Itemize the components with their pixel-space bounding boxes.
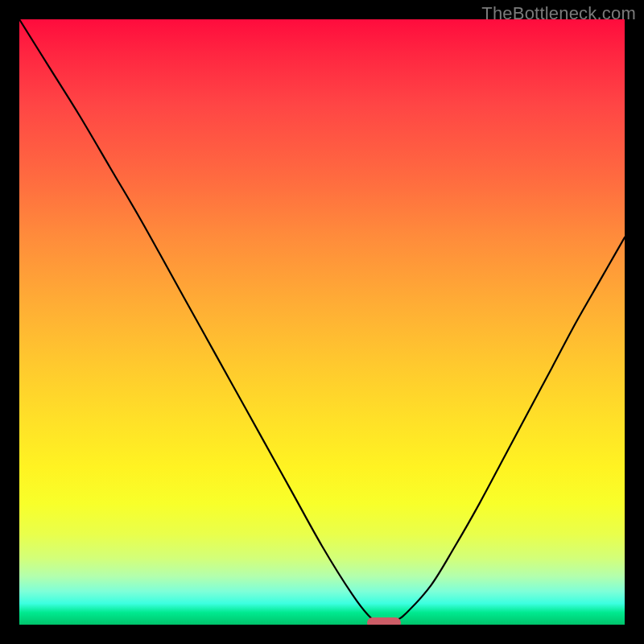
plot-area (19, 19, 625, 625)
chart-frame: TheBottleneck.com (0, 0, 644, 644)
watermark-text: TheBottleneck.com (481, 3, 636, 24)
bottleneck-curve (19, 19, 625, 625)
optimal-point-marker (367, 617, 401, 625)
